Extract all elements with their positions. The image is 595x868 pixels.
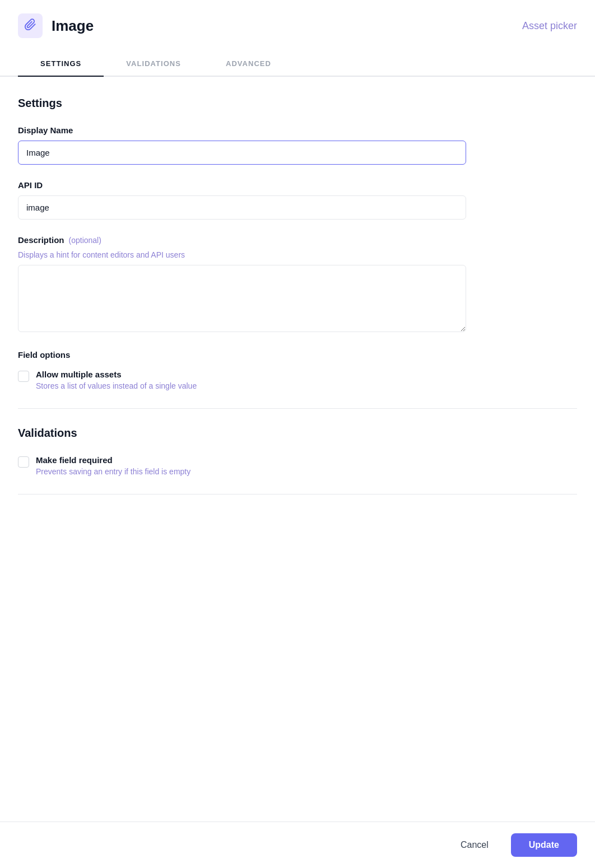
paperclip-icon <box>24 18 36 33</box>
footer: Cancel Update <box>0 822 595 868</box>
description-label: Description (optional) <box>18 235 577 245</box>
tab-advanced[interactable]: ADVANCED <box>203 52 294 77</box>
api-id-group: API ID <box>18 180 577 220</box>
page-wrapper: Image Asset picker SETTINGS VALIDATIONS … <box>0 0 595 868</box>
field-options-title: Field options <box>18 350 577 360</box>
make-required-description: Prevents saving an entry if this field i… <box>36 467 190 476</box>
validations-section-title: Validations <box>18 427 577 440</box>
tab-settings[interactable]: SETTINGS <box>18 52 104 77</box>
asset-picker-link[interactable]: Asset picker <box>522 20 577 32</box>
make-required-content: Make field required Prevents saving an e… <box>36 455 190 476</box>
header-left: Image <box>18 13 94 38</box>
main-content: Settings Display Name API ID Description… <box>0 77 595 822</box>
display-name-input[interactable] <box>18 141 466 165</box>
make-required-checkbox[interactable] <box>18 456 29 468</box>
cancel-button[interactable]: Cancel <box>449 834 500 856</box>
allow-multiple-group: Allow multiple assets Stores a list of v… <box>18 370 577 390</box>
field-options-section: Field options Allow multiple assets Stor… <box>18 350 577 390</box>
make-required-group: Make field required Prevents saving an e… <box>18 455 577 476</box>
api-id-input[interactable] <box>18 195 466 220</box>
display-name-group: Display Name <box>18 125 577 165</box>
allow-multiple-checkbox[interactable] <box>18 371 29 382</box>
tab-validations[interactable]: VALIDATIONS <box>104 52 203 77</box>
allow-multiple-label: Allow multiple assets <box>36 370 197 379</box>
allow-multiple-description: Stores a list of values instead of a sin… <box>36 381 197 390</box>
update-button[interactable]: Update <box>511 833 577 857</box>
settings-section: Settings Display Name API ID Description… <box>18 97 577 390</box>
section-divider-1 <box>18 408 577 409</box>
make-required-label: Make field required <box>36 455 190 465</box>
api-id-label: API ID <box>18 180 577 190</box>
page-title: Image <box>52 17 94 35</box>
description-group: Description (optional) Displays a hint f… <box>18 235 577 334</box>
description-textarea[interactable] <box>18 265 466 332</box>
field-type-icon-wrapper <box>18 13 43 38</box>
header: Image Asset picker <box>0 0 595 52</box>
settings-section-title: Settings <box>18 97 577 110</box>
tabs-bar: SETTINGS VALIDATIONS ADVANCED <box>0 52 595 77</box>
allow-multiple-content: Allow multiple assets Stores a list of v… <box>36 370 197 390</box>
description-hint: Displays a hint for content editors and … <box>18 250 577 259</box>
validations-section: Validations Make field required Prevents… <box>18 427 577 476</box>
display-name-label: Display Name <box>18 125 577 135</box>
section-divider-2 <box>18 494 577 494</box>
